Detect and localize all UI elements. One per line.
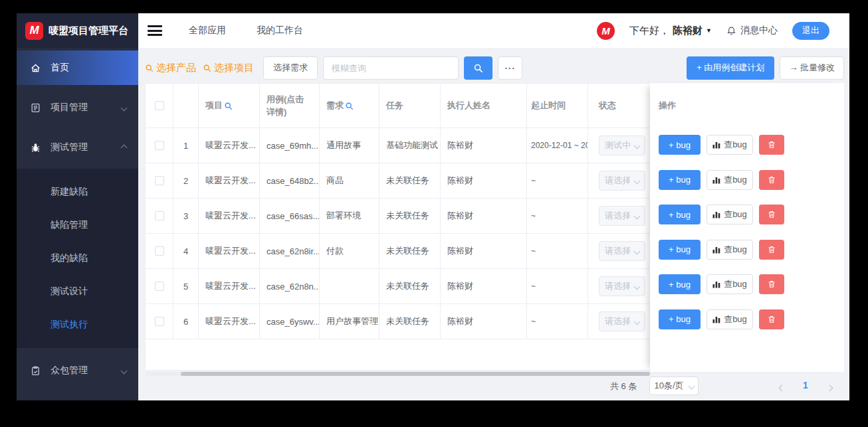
add-bug-button[interactable]: + bug: [659, 205, 701, 224]
status-select[interactable]: 请选择: [599, 206, 645, 226]
operations-fixed-column: 操作 + bug 查bug + bug: [650, 83, 844, 372]
sidebar-item-test-mgmt[interactable]: 测试管理: [17, 130, 138, 165]
sidebar-item-project-mgmt[interactable]: 项目管理: [17, 90, 138, 125]
document-icon: [30, 102, 41, 114]
project-cell: 唛盟云开发...: [199, 304, 260, 339]
prev-page-button[interactable]: [780, 383, 784, 392]
delete-button[interactable]: [759, 309, 784, 329]
logout-button[interactable]: 退出: [792, 22, 829, 40]
case-cell[interactable]: case_648b2...: [260, 163, 320, 198]
requirement-cell: 部署环境: [320, 199, 380, 233]
page-size-select[interactable]: 10条/页: [649, 377, 699, 395]
view-bug-button[interactable]: 查bug: [706, 135, 753, 155]
chevron-down-icon: [634, 248, 641, 254]
header-cell-index: [173, 84, 199, 128]
search-button[interactable]: [464, 56, 492, 80]
nav-my-workbench[interactable]: 我的工作台: [257, 25, 303, 37]
view-bug-button[interactable]: 查bug: [706, 274, 753, 294]
sidebar-item-crowd-mgmt[interactable]: 众包管理: [17, 353, 138, 388]
row-checkbox[interactable]: [155, 141, 164, 150]
view-bug-button[interactable]: 查bug: [706, 170, 753, 190]
add-bug-button[interactable]: + bug: [659, 135, 701, 155]
user-menu[interactable]: 下午好， 陈裕财 ▼: [629, 25, 712, 37]
add-bug-button[interactable]: + bug: [659, 240, 701, 260]
sidebar-item-label: 众包管理: [51, 365, 88, 377]
search-icon[interactable]: [345, 102, 354, 110]
pagination-bar: 共 6 条 10条/页 1: [138, 377, 849, 395]
sidebar-item-label: 项目管理: [51, 102, 88, 114]
view-bug-button[interactable]: 查bug: [706, 205, 753, 224]
status-select[interactable]: 请选择: [599, 276, 645, 296]
column-label: 状态: [588, 99, 616, 112]
bug-icon: [30, 142, 41, 153]
row-checkbox-cell: [146, 234, 173, 268]
view-bug-button[interactable]: 查bug: [706, 309, 753, 329]
status-select[interactable]: 测试中: [599, 135, 645, 155]
message-center-label: 消息中心: [740, 25, 778, 37]
sidebar-item-test-execution[interactable]: 测试执行: [17, 308, 138, 341]
sidebar-item-defect-mgmt[interactable]: 缺陷管理: [17, 209, 138, 242]
chevron-down-icon: [634, 142, 641, 149]
greeting-text: 下午好，: [629, 25, 669, 37]
total-count: 共 6 条: [610, 381, 637, 392]
time-cell: ~: [527, 269, 588, 303]
select-project-link[interactable]: 选择项目: [203, 62, 254, 74]
current-page-number[interactable]: 1: [803, 380, 808, 390]
project-cell: 唛盟云开发...: [199, 269, 260, 303]
delete-button[interactable]: [759, 170, 784, 190]
delete-button[interactable]: [759, 205, 784, 224]
add-bug-button[interactable]: + bug: [659, 274, 701, 294]
row-checkbox[interactable]: [155, 317, 164, 326]
sidebar-item-home[interactable]: 首页: [17, 50, 138, 85]
message-center[interactable]: 消息中心: [726, 25, 778, 37]
row-checkbox[interactable]: [155, 246, 164, 256]
horizontal-scrollbar-thumb[interactable]: [181, 372, 650, 376]
hamburger-menu-icon[interactable]: [148, 23, 162, 39]
case-cell[interactable]: case_62n8n...: [260, 269, 320, 303]
row-checkbox[interactable]: [155, 211, 164, 220]
search-icon: [203, 64, 211, 72]
chevron-down-icon: [634, 177, 641, 184]
select-product-link[interactable]: 选择产品: [145, 62, 196, 74]
next-page-button[interactable]: [827, 383, 832, 392]
status-select[interactable]: 请选择: [599, 311, 645, 331]
row-index-cell: 3: [173, 199, 199, 233]
chevron-down-icon: [634, 318, 641, 325]
sidebar-item-new-defect[interactable]: 新建缺陷: [17, 175, 138, 209]
task-cell: 基础功能测试: [380, 128, 441, 163]
create-plan-from-case-button[interactable]: + 由用例创建计划: [687, 56, 774, 80]
fuzzy-search-input[interactable]: [323, 56, 459, 80]
more-actions-button[interactable]: ···: [498, 56, 522, 80]
task-cell: 未关联任务: [380, 269, 441, 303]
sidebar-item-test-design[interactable]: 测试设计: [17, 275, 138, 308]
row-checkbox[interactable]: [155, 282, 164, 291]
header-cell-time: 起止时间: [527, 84, 588, 128]
sidebar-item-partial[interactable]: [17, 393, 138, 400]
nav-all-apps[interactable]: 全部应用: [189, 25, 226, 37]
operations-row: + bug 查bug: [650, 128, 844, 163]
row-index-cell: 1: [173, 128, 199, 163]
select-requirement-button[interactable]: 选择需求: [263, 56, 318, 80]
case-cell[interactable]: case_6yswv...: [260, 304, 320, 339]
select-all-checkbox[interactable]: [155, 101, 164, 110]
search-icon[interactable]: [224, 102, 233, 110]
status-select[interactable]: 请选择: [599, 241, 645, 261]
delete-button[interactable]: [759, 240, 784, 260]
sidebar-item-my-defects[interactable]: 我的缺陷: [17, 242, 138, 275]
case-cell[interactable]: case_66sas...: [260, 199, 320, 233]
search-icon: [473, 63, 483, 73]
batch-edit-button[interactable]: → 批量修改: [780, 56, 844, 80]
delete-button[interactable]: [759, 274, 784, 294]
case-cell[interactable]: case_69mh...: [260, 128, 320, 163]
delete-button[interactable]: [759, 135, 784, 155]
header-cell-checkbox: [146, 84, 173, 128]
row-checkbox[interactable]: [155, 176, 164, 185]
trash-icon: [767, 175, 776, 185]
case-cell[interactable]: case_62n8ir...: [260, 234, 320, 268]
status-select[interactable]: 请选择: [599, 171, 645, 191]
view-bug-button[interactable]: 查bug: [706, 240, 753, 260]
add-bug-button[interactable]: + bug: [659, 309, 701, 329]
add-bug-button[interactable]: + bug: [659, 170, 701, 190]
top-nav: 全部应用 我的工作台: [189, 25, 303, 37]
avatar[interactable]: M: [597, 22, 615, 40]
